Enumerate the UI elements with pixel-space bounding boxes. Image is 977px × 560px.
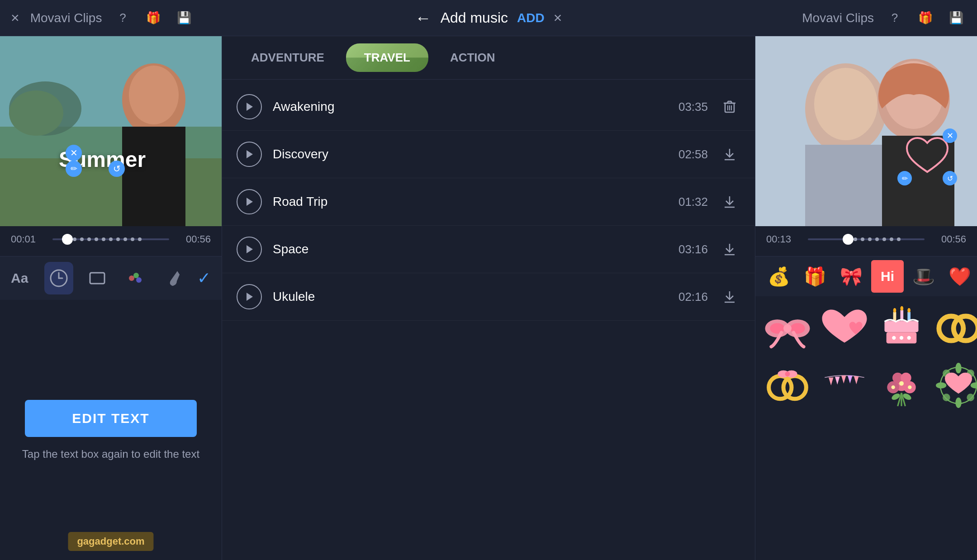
music-item-awakening[interactable]: Awakening 03:35: [222, 83, 755, 131]
svg-point-58: [907, 336, 911, 340]
timeline-track-right[interactable]: [808, 238, 925, 240]
tab-adventure[interactable]: ADVENTURE: [233, 43, 342, 72]
svg-point-92: [967, 394, 974, 401]
svg-rect-54: [885, 321, 919, 332]
download-space[interactable]: [719, 238, 740, 260]
svg-marker-68: [841, 375, 846, 384]
svg-point-13: [133, 273, 139, 278]
play-roadtrip[interactable]: [237, 189, 262, 214]
sticker-heart-wreath[interactable]: [934, 361, 977, 410]
clock-icon: [49, 268, 69, 288]
svg-point-3: [9, 90, 63, 136]
dot: [73, 237, 76, 241]
sticker-bow[interactable]: [763, 304, 812, 353]
sticker-icon-hello[interactable]: Hi: [871, 260, 904, 293]
app-title-right: Movavi Clips: [802, 11, 874, 25]
svg-marker-24: [247, 150, 253, 158]
music-item-discovery[interactable]: Discovery 02:58: [222, 131, 755, 178]
close-left-icon[interactable]: ×: [11, 9, 19, 26]
back-button[interactable]: ←: [415, 9, 432, 28]
sticker-bunting[interactable]: [820, 361, 869, 410]
sticker-bouquet[interactable]: [877, 361, 926, 410]
dot: [102, 237, 105, 241]
edit-text-hint: Tap the text box again to edit the text: [22, 448, 199, 460]
download-ukulele[interactable]: [719, 286, 740, 308]
svg-point-51: [893, 308, 896, 313]
dot: [131, 237, 134, 241]
timeline-thumb-right[interactable]: [843, 234, 854, 245]
timeline-track-left[interactable]: [52, 238, 169, 240]
effects-tool[interactable]: [121, 262, 150, 294]
help-icon-right[interactable]: ?: [885, 8, 905, 28]
sticker-edit-handle[interactable]: ✏: [897, 171, 912, 185]
svg-point-62: [783, 376, 806, 399]
time-end-right: 00:56: [930, 233, 966, 245]
sticker-rotate-handle[interactable]: ↺: [943, 171, 957, 185]
text-handle-rotate[interactable]: ↺: [109, 161, 125, 177]
sticker-icon-gift[interactable]: 🎁: [799, 260, 831, 293]
svg-point-53: [907, 308, 911, 313]
track-name-roadtrip: Road Trip: [273, 195, 661, 209]
dot: [890, 237, 893, 241]
text-style-button[interactable]: Aa: [11, 271, 35, 286]
track-duration-ukulele: 02:16: [672, 290, 708, 304]
dot: [875, 237, 879, 241]
play-ukulele[interactable]: [237, 284, 262, 309]
play-awakening[interactable]: [237, 94, 262, 119]
sticker-icon-money[interactable]: 💰: [763, 260, 795, 293]
delete-awakening[interactable]: [719, 96, 740, 118]
frame-tool[interactable]: [82, 262, 112, 294]
track-duration-space: 03:16: [672, 242, 708, 256]
timeline-right: 00:13 00:56: [755, 226, 977, 256]
play-discovery[interactable]: [237, 142, 262, 167]
sticker-rings-bow[interactable]: [763, 361, 812, 410]
edit-text-button[interactable]: EDIT TEXT: [25, 400, 197, 437]
heart-sticker-overlay: ✕ ✏ ↺: [905, 136, 950, 178]
top-bar-center: ← Add music ADD ×: [222, 9, 755, 28]
timeline-left: 00:01 00:56: [0, 226, 222, 256]
sticker-close-handle[interactable]: ✕: [943, 128, 957, 143]
brush-tool[interactable]: [159, 262, 188, 294]
save-icon-right[interactable]: 💾: [946, 8, 966, 28]
gift-icon-left[interactable]: 🎁: [143, 8, 163, 28]
check-button-left[interactable]: ✓: [197, 269, 211, 288]
dot: [109, 237, 113, 241]
sticker-rings-gold[interactable]: [934, 304, 977, 353]
tab-action[interactable]: ACTION: [432, 43, 513, 72]
download-roadtrip[interactable]: [719, 191, 740, 213]
sticker-icon-bow[interactable]: 🎀: [835, 260, 868, 293]
tab-travel[interactable]: TRAVEL: [346, 43, 428, 72]
heart-svg: [820, 308, 869, 349]
music-item-roadtrip[interactable]: Road Trip 01:32: [222, 178, 755, 226]
watermark: gagadget.com: [68, 532, 153, 551]
sticker-heart[interactable]: [820, 304, 869, 353]
add-music-button[interactable]: ADD: [517, 11, 545, 25]
left-panel: Summer ✕ ✏ ↺ 00:01: [0, 36, 222, 560]
svg-point-87: [936, 382, 946, 388]
svg-point-88: [971, 382, 977, 388]
dot: [868, 237, 872, 241]
svg-point-65: [785, 371, 790, 376]
sticker-cake[interactable]: [877, 304, 926, 353]
play-space[interactable]: [237, 237, 262, 262]
download-discovery[interactable]: [719, 143, 740, 165]
timeline-thumb-left[interactable]: [62, 234, 73, 245]
track-name-space: Space: [273, 242, 661, 256]
help-icon-left[interactable]: ?: [113, 8, 133, 28]
music-item-space[interactable]: Space 03:16: [222, 226, 755, 273]
svg-point-12: [129, 275, 134, 281]
music-item-ukulele[interactable]: Ukulele 02:16: [222, 273, 755, 321]
text-handle-edit[interactable]: ✏: [66, 161, 82, 177]
sticker-icon-heart[interactable]: ❤️: [944, 260, 976, 293]
heart-wreath-svg: [934, 363, 977, 408]
download-icon: [724, 195, 735, 209]
play-icon: [245, 149, 254, 159]
save-icon-left[interactable]: 💾: [174, 8, 194, 28]
clock-tool[interactable]: [44, 262, 74, 294]
gift-icon-right[interactable]: 🎁: [915, 8, 935, 28]
close-center-icon[interactable]: ×: [554, 9, 562, 26]
svg-rect-6: [122, 127, 185, 226]
sticker-icon-hat[interactable]: 🎩: [907, 260, 940, 293]
text-handle-close[interactable]: ✕: [66, 145, 82, 161]
frame-icon: [87, 268, 107, 288]
